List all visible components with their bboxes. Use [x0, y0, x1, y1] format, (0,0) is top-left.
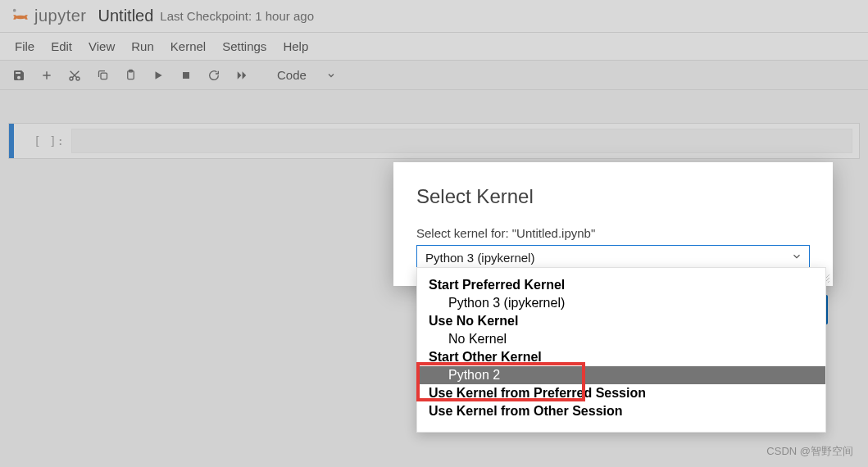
dialog-title: Select Kernel: [416, 185, 810, 208]
dialog-label-file: "Untitled.ipynb": [512, 226, 596, 240]
dd-item-python2[interactable]: Python 2: [417, 366, 825, 384]
dialog-label: Select kernel for: "Untitled.ipynb": [416, 226, 810, 240]
dd-group-preferred: Start Preferred Kernel: [417, 276, 825, 294]
dd-group-other: Start Other Kernel: [417, 348, 825, 366]
dd-group-preferred-session: Use Kernel from Preferred Session: [417, 384, 825, 402]
dd-group-other-session: Use Kernel from Other Session: [417, 402, 825, 420]
watermark: CSDN @智野空间: [766, 444, 853, 459]
chevron-down-icon: [791, 251, 802, 262]
kernel-select-value: Python 3 (ipykernel): [425, 251, 534, 265]
dialog-label-prefix: Select kernel for:: [416, 226, 512, 240]
kernel-select[interactable]: Python 3 (ipykernel): [416, 245, 810, 270]
dd-item-python3[interactable]: Python 3 (ipykernel): [417, 294, 825, 312]
kernel-dropdown: Start Preferred Kernel Python 3 (ipykern…: [416, 267, 826, 433]
dd-group-nokernel: Use No Kernel: [417, 312, 825, 330]
dd-item-nokernel[interactable]: No Kernel: [417, 330, 825, 348]
